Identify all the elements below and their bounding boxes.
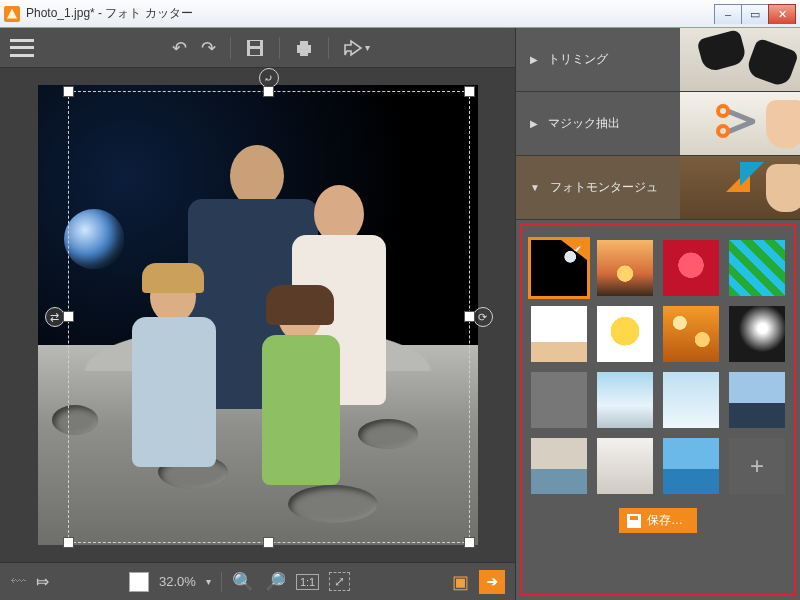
save-button[interactable] [245, 38, 265, 58]
resize-handle-tm[interactable] [263, 86, 274, 97]
template-city-skyline[interactable] [729, 372, 785, 428]
window-minimize-button[interactable]: – [714, 4, 742, 24]
template-eiffel[interactable] [597, 372, 653, 428]
zoom-fit-button[interactable]: ⤢ [329, 572, 350, 591]
template-snowman[interactable] [663, 372, 719, 428]
template-cartoon-monster[interactable] [597, 306, 653, 362]
person-girl [256, 291, 344, 521]
montage-art [680, 156, 800, 219]
panel-magic-extract[interactable]: ▶ マジック抽出 [516, 92, 800, 156]
template-sunset-tree[interactable] [597, 240, 653, 296]
app-icon [4, 6, 20, 22]
prev-image-button[interactable]: ⬳ [10, 573, 26, 591]
print-button[interactable] [294, 38, 314, 58]
template-cow-field[interactable] [531, 372, 587, 428]
rotate-handle-top[interactable]: ⤾ [259, 68, 279, 88]
composite-image[interactable]: ⤾ ⇄ ⟳ [38, 85, 478, 545]
resize-handle-tr[interactable] [464, 86, 475, 97]
panel-trimming[interactable]: ▶ トリミング [516, 28, 800, 92]
template-grid: + [536, 240, 780, 494]
status-bar: ⬳ ⤇ 32.0% ▾ 🔍 🔎 1:1 ⤢ ▣ ➔ [0, 562, 515, 600]
compare-button[interactable]: ▣ [452, 571, 469, 593]
trimming-art [680, 28, 800, 91]
template-venice[interactable] [531, 438, 587, 494]
redo-button[interactable]: ↷ [201, 37, 216, 59]
panel-trimming-label: トリミング [548, 51, 608, 68]
menu-button[interactable] [10, 39, 34, 57]
panel-magic-label: マジック抽出 [548, 115, 620, 132]
chevron-down-icon: ▼ [530, 182, 540, 193]
template-add-button[interactable]: + [729, 438, 785, 494]
template-moon[interactable] [531, 240, 587, 296]
save-montage-button[interactable]: 保存… [619, 508, 697, 533]
chevron-right-icon: ▶ [530, 54, 538, 65]
share-button[interactable]: ▾ [343, 39, 370, 57]
template-red-heart[interactable] [663, 240, 719, 296]
template-orange-bokeh[interactable] [663, 306, 719, 362]
export-button[interactable]: ➔ [479, 570, 505, 594]
window-title: Photo_1.jpg* - フォト カッター [26, 5, 715, 22]
next-image-button[interactable]: ⤇ [36, 572, 49, 591]
window-close-button[interactable]: ✕ [768, 4, 796, 24]
zoom-dropdown[interactable]: ▾ [206, 576, 211, 587]
side-panel: ▶ トリミング ▶ マジック抽出 ▼ フォトモンタージュ + [515, 28, 800, 600]
window-titlebar: Photo_1.jpg* - フォト カッター – ▭ ✕ [0, 0, 800, 28]
montage-panel-body: + 保存… [520, 224, 796, 596]
svg-rect-4 [300, 41, 308, 46]
template-winter-trees[interactable] [597, 438, 653, 494]
zoom-actual-button[interactable]: 1:1 [296, 574, 319, 590]
window-maximize-button[interactable]: ▭ [741, 4, 769, 24]
template-white-cat[interactable] [531, 306, 587, 362]
zoom-value[interactable]: 32.0% [159, 574, 196, 589]
svg-rect-2 [250, 49, 260, 55]
undo-button[interactable]: ↶ [172, 37, 187, 59]
template-comic-pop[interactable] [729, 240, 785, 296]
template-spotlight[interactable] [729, 306, 785, 362]
save-montage-label: 保存… [647, 512, 683, 529]
earth-element [64, 209, 124, 269]
svg-rect-1 [250, 41, 260, 46]
resize-handle-tl[interactable] [63, 86, 74, 97]
template-tropical-beach[interactable] [663, 438, 719, 494]
zoom-in-button[interactable]: 🔎 [264, 571, 286, 593]
panel-montage-label: フォトモンタージュ [550, 179, 658, 196]
save-icon [627, 514, 641, 528]
magic-art [680, 92, 800, 155]
main-toolbar: ↶ ↷ ▾ [0, 28, 515, 68]
canvas-color-swatch[interactable] [129, 572, 149, 592]
person-boy [124, 271, 220, 511]
panel-photomontage[interactable]: ▼ フォトモンタージュ [516, 156, 800, 220]
svg-rect-5 [300, 51, 308, 56]
canvas-area[interactable]: ⤾ ⇄ ⟳ [0, 68, 515, 562]
chevron-right-icon: ▶ [530, 118, 538, 129]
zoom-out-button[interactable]: 🔍 [232, 571, 254, 593]
